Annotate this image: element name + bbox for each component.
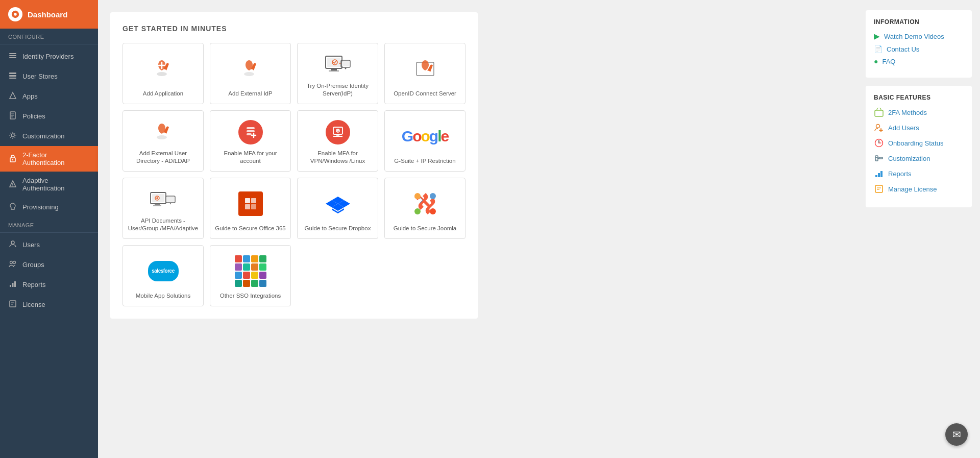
svg-rect-24	[10, 301, 16, 307]
reports-feat-icon	[874, 168, 884, 179]
card-label-guide-dropbox: Guide to Secure Dropbox	[305, 225, 371, 232]
configure-label: Configure	[0, 29, 98, 42]
manage-license-link[interactable]: Manage License	[874, 184, 964, 194]
svg-point-28	[244, 72, 254, 76]
card-gsuite-ip[interactable]: Google G-Suite + IP Restriction	[384, 110, 465, 172]
card-guide-dropbox[interactable]: Guide to Secure Dropbox	[297, 178, 378, 239]
svg-rect-61	[251, 204, 256, 209]
card-icon-guide-joomla	[412, 186, 438, 221]
card-guide-joomla[interactable]: Guide to Secure Joomla	[384, 178, 465, 239]
get-started-panel: GET STARTED IN MINUTES Add Application	[110, 12, 478, 319]
card-label-gsuite-ip: G-Suite + IP Restriction	[394, 157, 455, 165]
chat-icon: ✉	[952, 428, 961, 441]
svg-rect-51	[153, 205, 161, 206]
card-openid-connect[interactable]: OpenID Connect Server	[384, 43, 465, 104]
sidebar-title: Dashboard	[28, 10, 67, 19]
card-icon-guide-office365	[238, 186, 263, 221]
sidebar-label-user-stores: User Stores	[22, 73, 58, 80]
svg-point-67	[876, 125, 880, 128]
sidebar-item-users[interactable]: Users	[0, 235, 98, 255]
sidebar-item-groups[interactable]: Groups	[0, 255, 98, 275]
sidebar-item-identity-providers[interactable]: Identity Providers	[0, 46, 98, 66]
faq-link[interactable]: ● FAQ	[874, 57, 964, 65]
card-icon-add-external-user-dir	[151, 119, 176, 146]
svg-rect-5	[9, 73, 16, 74]
chat-button[interactable]: ✉	[945, 423, 968, 446]
customization-link[interactable]: Customization	[874, 153, 964, 163]
users-icon	[8, 240, 17, 250]
card-other-sso[interactable]: Other SSO Integrations	[210, 245, 291, 306]
svg-rect-22	[12, 283, 14, 287]
card-add-application[interactable]: Add Application	[122, 43, 204, 104]
reports-feat-label: Reports	[888, 170, 912, 178]
user-stores-icon	[8, 71, 17, 81]
provisioning-icon	[8, 202, 17, 212]
card-label-openid-connect: OpenID Connect Server	[394, 90, 456, 98]
sidebar-label-adaptive: Adaptive Authentication	[22, 177, 90, 192]
card-icon-enable-mfa-account	[238, 119, 263, 146]
watch-demo-label: Watch Demo Videos	[884, 33, 944, 40]
card-label-guide-office365: Guide to Secure Office 365	[215, 225, 286, 232]
card-api-documents[interactable]: API Documents - User/Group /MFA/Adaptive	[122, 178, 204, 239]
sidebar-item-license[interactable]: License	[0, 295, 98, 315]
sidebar-header[interactable]: Dashboard	[0, 0, 98, 29]
basic-features-title: BASIC FEATURES	[874, 94, 964, 101]
sidebar-item-2fa[interactable]: 2-Factor Authentication	[0, 146, 98, 172]
svg-point-54	[169, 203, 170, 204]
card-icon-gsuite-ip: Google	[402, 119, 448, 153]
sidebar-label-identity-providers: Identity Providers	[22, 53, 74, 60]
sidebar-item-apps[interactable]: Apps	[0, 86, 98, 106]
2fa-methods-label: 2FA Methods	[888, 109, 927, 116]
card-icon-guide-dropbox	[325, 186, 351, 221]
svg-point-27	[157, 72, 167, 76]
sidebar-item-provisioning[interactable]: Provisioning	[0, 197, 98, 217]
watch-demo-link[interactable]: ▶ Watch Demo Videos	[874, 32, 964, 41]
card-enable-mfa-account[interactable]: Enable MFA for your account	[210, 110, 291, 172]
sidebar-label-reports: Reports	[22, 281, 46, 288]
card-enable-mfa-vpn[interactable]: Enable MFA for VPN/Windows /Linux	[297, 110, 378, 172]
sidebar-item-policies[interactable]: Policies	[0, 106, 98, 126]
basic-features-box: BASIC FEATURES 2FA Methods Add Users Onb…	[866, 86, 972, 207]
card-icon-try-on-premise	[324, 52, 352, 78]
card-add-external-user-dir[interactable]: Add External User Directory - AD/LDAP	[122, 110, 204, 172]
card-label-api-documents: API Documents - User/Group /MFA/Adaptive	[127, 217, 199, 232]
svg-rect-44	[336, 134, 339, 136]
sidebar-item-adaptive[interactable]: Adaptive Authentication	[0, 172, 98, 197]
card-guide-office365[interactable]: Guide to Secure Office 365	[210, 178, 291, 239]
sidebar-label-policies: Policies	[22, 112, 45, 120]
card-label-mobile-app: Mobile App Solutions	[136, 292, 190, 300]
sidebar-item-customization[interactable]: Customization	[0, 126, 98, 146]
card-label-try-on-premise: Try On-Premise Identity Server(IdP)	[302, 82, 374, 98]
svg-rect-21	[10, 285, 11, 287]
svg-rect-69	[875, 156, 878, 161]
add-users-icon	[874, 123, 884, 133]
svg-rect-6	[9, 75, 16, 77]
svg-rect-34	[342, 61, 349, 66]
svg-point-65	[430, 208, 436, 214]
card-icon-api-documents	[149, 186, 178, 213]
svg-rect-39	[247, 127, 255, 129]
svg-point-13	[11, 134, 14, 137]
card-icon-other-sso	[235, 254, 266, 288]
customization-feat-label: Customization	[888, 155, 930, 162]
2fa-methods-link[interactable]: 2FA Methods	[874, 107, 964, 117]
sidebar-label-provisioning: Provisioning	[22, 203, 59, 211]
svg-point-62	[414, 193, 421, 199]
manage-label: Manage	[0, 217, 98, 230]
card-try-on-premise[interactable]: Try On-Premise Identity Server(IdP)	[297, 43, 378, 104]
add-users-link[interactable]: Add Users	[874, 123, 964, 133]
mfa-red-circle-vpn	[326, 120, 350, 144]
card-add-external-idp[interactable]: Add External IdP	[210, 43, 291, 104]
2fa-icon	[8, 154, 17, 164]
svg-rect-76	[875, 185, 883, 192]
svg-rect-58	[245, 198, 250, 203]
sidebar-item-user-stores[interactable]: User Stores	[0, 66, 98, 86]
main-content: GET STARTED IN MINUTES Add Application	[98, 0, 857, 458]
card-mobile-app[interactable]: salesforce Mobile App Solutions	[122, 245, 204, 306]
customization-icon	[8, 131, 17, 141]
svg-point-17	[12, 185, 13, 186]
contact-us-link[interactable]: 📄 Contact Us	[874, 45, 964, 53]
sidebar-item-reports[interactable]: Reports	[0, 275, 98, 295]
reports-link[interactable]: Reports	[874, 168, 964, 179]
onboarding-link[interactable]: Onboarding Status	[874, 138, 964, 148]
